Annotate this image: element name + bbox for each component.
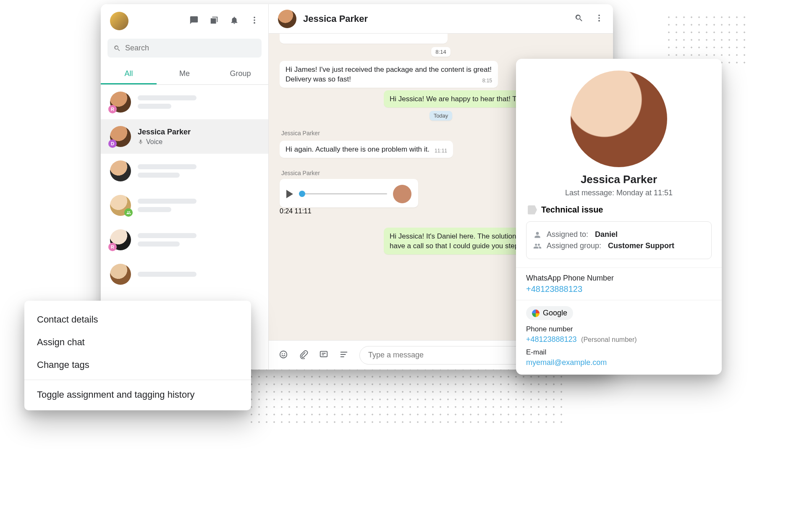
chat-avatar[interactable] bbox=[278, 10, 296, 28]
placeholder-line bbox=[138, 207, 171, 212]
decorative-dots bbox=[665, 13, 749, 64]
message-text: Hi James! I've just received the package… bbox=[286, 66, 492, 83]
attach-icon[interactable] bbox=[299, 350, 308, 361]
chat-list-item[interactable]: R bbox=[101, 223, 268, 257]
chat-list-item[interactable] bbox=[101, 188, 268, 223]
value: Customer Support bbox=[608, 241, 674, 250]
ctx-toggle-history[interactable]: Toggle assignment and tagging history bbox=[24, 383, 251, 406]
group-icon bbox=[533, 242, 542, 250]
search-input[interactable] bbox=[125, 44, 256, 52]
tab-all[interactable]: All bbox=[101, 63, 157, 84]
svg-point-4 bbox=[598, 17, 600, 19]
voice-track[interactable] bbox=[299, 193, 387, 194]
divider bbox=[516, 268, 722, 268]
email-value[interactable]: myemail@example.com bbox=[526, 358, 712, 367]
time-chip: 8:14 bbox=[431, 47, 450, 57]
message-time: 8:15 bbox=[482, 77, 492, 84]
search-icon[interactable] bbox=[574, 13, 584, 24]
avatar bbox=[110, 264, 131, 285]
tab-group[interactable]: Group bbox=[212, 63, 268, 84]
contact-name: Jessica Parker bbox=[526, 173, 712, 186]
contact-last-message: Last message: Monday at 11:51 bbox=[526, 189, 712, 197]
search-field[interactable] bbox=[107, 39, 262, 58]
chat-icon[interactable] bbox=[189, 16, 199, 26]
mic-icon bbox=[138, 139, 144, 145]
me-avatar[interactable] bbox=[110, 12, 128, 30]
context-menu: Contact details Assign chat Change tags … bbox=[24, 301, 251, 410]
decorative-dots bbox=[248, 365, 567, 424]
contact-photo bbox=[571, 71, 667, 167]
svg-point-0 bbox=[254, 17, 255, 18]
voice-avatar bbox=[393, 185, 411, 203]
svg-point-7 bbox=[282, 353, 283, 354]
chat-header: Jessica Parker bbox=[269, 4, 613, 34]
placeholder-line bbox=[138, 95, 196, 100]
assignee-badge: R bbox=[108, 243, 117, 251]
message-time: 11:11 bbox=[435, 147, 447, 154]
chat-list-item-selected[interactable]: D Jessica Parker Voice bbox=[101, 119, 268, 154]
stacked-icon[interactable] bbox=[210, 16, 219, 26]
chat-item-sub-text: Voice bbox=[146, 138, 162, 146]
voice-knob[interactable] bbox=[299, 191, 305, 197]
assignee-badge: R bbox=[108, 105, 117, 113]
voice-message[interactable]: 0:24 11:11 bbox=[280, 179, 418, 215]
svg-point-3 bbox=[598, 14, 600, 16]
message-text: Hi again. Actually there is one problem … bbox=[286, 145, 430, 153]
svg-point-5 bbox=[598, 20, 600, 21]
phone-label: Phone number bbox=[526, 325, 712, 333]
notes-icon[interactable] bbox=[339, 350, 348, 361]
phone-number[interactable]: +48123888123 bbox=[526, 335, 577, 344]
assignee-badge: D bbox=[108, 139, 117, 148]
search-icon bbox=[113, 45, 121, 52]
ctx-change-tags[interactable]: Change tags bbox=[24, 354, 251, 376]
svg-point-6 bbox=[280, 351, 287, 358]
more-icon[interactable] bbox=[250, 16, 259, 26]
contact-detail-card: Jessica Parker Last message: Monday at 1… bbox=[516, 59, 722, 375]
assigned-group-row: Assigned group: Customer Support bbox=[533, 241, 705, 250]
placeholder-line bbox=[138, 104, 171, 109]
sidebar-topbar bbox=[101, 4, 268, 35]
play-icon[interactable] bbox=[286, 190, 293, 198]
ctx-contact-details[interactable]: Contact details bbox=[24, 308, 251, 331]
chat-list-item[interactable] bbox=[101, 154, 268, 188]
message-in: Hi again. Actually there is one problem … bbox=[280, 141, 453, 158]
chat-list-item[interactable]: R bbox=[101, 85, 268, 119]
chat-item-subtitle: Voice bbox=[138, 138, 259, 146]
avatar bbox=[110, 160, 131, 181]
tab-me[interactable]: Me bbox=[157, 63, 212, 84]
google-logo-icon bbox=[532, 310, 540, 317]
avatar: D bbox=[110, 126, 131, 147]
svg-point-8 bbox=[284, 353, 285, 354]
bubble-peek bbox=[280, 34, 448, 44]
bell-icon[interactable] bbox=[230, 16, 239, 26]
emoji-icon[interactable] bbox=[279, 350, 288, 361]
message-in: Hi James! I've just received the package… bbox=[280, 61, 498, 88]
chat-title: Jessica Parker bbox=[303, 13, 568, 24]
tag-icon bbox=[528, 205, 537, 215]
svg-point-1 bbox=[254, 19, 255, 21]
phone-note: (Personal number) bbox=[581, 336, 637, 343]
google-label: Google bbox=[543, 309, 567, 317]
placeholder-line bbox=[138, 241, 180, 247]
tag-text: Technical issue bbox=[541, 205, 603, 215]
avatar: R bbox=[110, 229, 131, 250]
template-icon[interactable] bbox=[319, 350, 328, 361]
sidebar-tabs: All Me Group bbox=[101, 63, 268, 85]
contact-tag[interactable]: Technical issue bbox=[528, 205, 710, 215]
more-icon[interactable] bbox=[595, 13, 604, 24]
whatsapp-label: WhatsApp Phone Number bbox=[526, 274, 712, 283]
chat-list-item[interactable] bbox=[101, 257, 268, 291]
google-source-pill: Google bbox=[526, 306, 573, 320]
group-badge bbox=[124, 208, 133, 217]
label: Assigned to: bbox=[547, 230, 588, 239]
placeholder-line bbox=[138, 272, 196, 277]
whatsapp-number[interactable]: +48123888123 bbox=[526, 284, 712, 294]
divider bbox=[516, 300, 722, 300]
svg-point-2 bbox=[254, 22, 255, 24]
label: Assigned group: bbox=[547, 241, 601, 250]
voice-elapsed: 0:24 bbox=[280, 207, 293, 215]
avatar: R bbox=[110, 92, 131, 113]
ctx-assign-chat[interactable]: Assign chat bbox=[24, 331, 251, 354]
email-label: E-mail bbox=[526, 348, 712, 357]
svg-rect-9 bbox=[320, 351, 327, 357]
